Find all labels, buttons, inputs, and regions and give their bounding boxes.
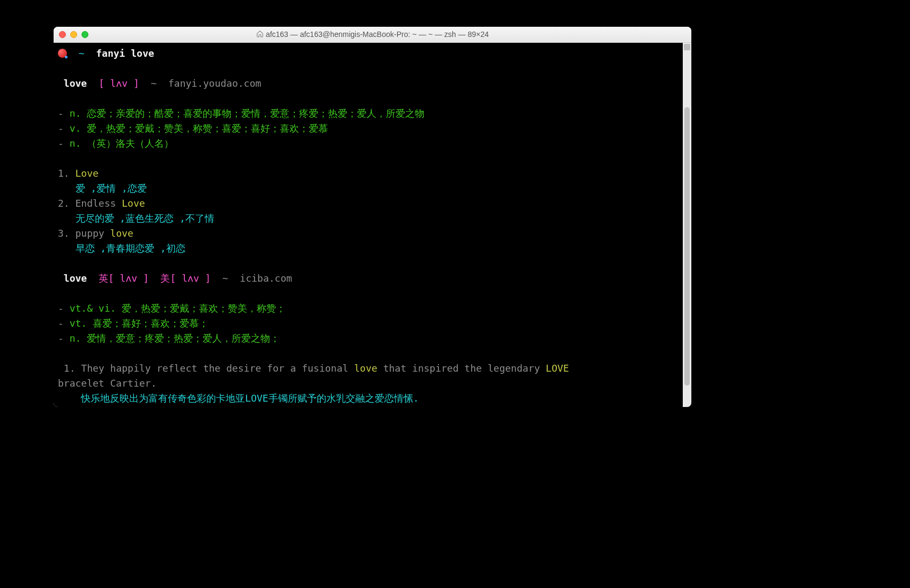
phrase-hl: Love	[76, 168, 99, 179]
window-title-text: afc163 — afc163@henmigis-MacBook-Pro: ~ …	[266, 30, 489, 39]
phrase-pre: puppy	[76, 228, 110, 239]
uk-open: [	[108, 273, 120, 284]
scrollbar-track[interactable]	[683, 43, 691, 407]
phrase-trans: 无尽的爱 ,蓝色生死恋 ,不了情	[58, 213, 214, 224]
window-title: afc163 — afc163@henmigis-MacBook-Pro: ~ …	[54, 30, 691, 39]
def-dash: -	[58, 123, 70, 134]
phrase-num: 1.	[58, 168, 76, 179]
def-pos: n.	[70, 333, 87, 344]
titlebar[interactable]: afc163 — afc163@henmigis-MacBook-Pro: ~ …	[54, 27, 691, 43]
ex-hl1: love	[354, 363, 377, 374]
us-label: 美	[160, 273, 170, 284]
def-pos: v.	[70, 123, 87, 134]
home-icon	[256, 30, 264, 39]
iciba-word: love	[64, 273, 87, 284]
tilde-sep: ~	[139, 78, 168, 89]
minimize-button[interactable]	[70, 31, 77, 38]
ex-seg2: that inspired the legendary	[377, 363, 546, 374]
uk-ph: lʌv	[120, 273, 138, 284]
phonetic-close: ]	[128, 78, 139, 89]
phrase-hl: Love	[122, 198, 145, 209]
def-pos: vt.	[70, 318, 93, 329]
def-pos: n.	[70, 138, 87, 149]
def-dash: -	[58, 333, 70, 344]
ex-trans: 快乐地反映出为富有传奇色彩的卡地亚LOVE手镯所赋予的水乳交融之爱恋情愫.	[58, 393, 419, 404]
def-text: 恋爱；亲爱的；酷爱；喜爱的事物；爱情，爱意；疼爱；热爱；爱人，所爱之物	[87, 108, 424, 119]
terminal-body: ~ fanyi love love [ lʌv ] ~ fanyi.youdao…	[54, 43, 691, 407]
phrase-num: 3.	[58, 228, 76, 239]
def-dash: -	[58, 318, 70, 329]
us-close: ]	[199, 273, 211, 284]
def-text: 爱，热爱；爱戴；赞美，称赞；喜爱；喜好；喜欢；爱慕	[87, 123, 328, 134]
tilde-sep: ~	[211, 273, 240, 284]
youdao-word: love	[64, 78, 87, 89]
def-text: （英）洛夫（人名）	[87, 138, 174, 149]
def-dash: -	[58, 138, 70, 149]
uk-close: ]	[137, 273, 149, 284]
phonetic-open: [	[99, 78, 110, 89]
traffic-lights	[54, 31, 88, 38]
terminal-window: afc163 — afc163@henmigis-MacBook-Pro: ~ …	[54, 27, 691, 407]
ex-line2: bracelet Cartier.	[58, 378, 156, 389]
def-pos: n.	[70, 108, 87, 119]
def-pos: vt.& vi.	[70, 303, 122, 314]
scrollbar-thumb[interactable]	[684, 107, 690, 386]
ex-hl2: LOVE	[546, 363, 569, 374]
close-button[interactable]	[59, 31, 66, 38]
prompt-badge-icon	[58, 49, 67, 58]
def-dash: -	[58, 303, 70, 314]
command-text: fanyi love	[96, 48, 154, 59]
phrase-trans: 早恋 ,青春期恋爱 ,初恋	[58, 243, 185, 254]
phonetic: lʌv	[110, 78, 128, 89]
uk-label: 英	[99, 273, 108, 284]
youdao-source: fanyi.youdao.com	[168, 78, 261, 89]
scrollbar-top-box[interactable]	[684, 44, 690, 50]
phrase-hl: love	[110, 228, 133, 239]
def-text: 爱情，爱意；疼爱；热爱；爱人，所爱之物；	[87, 333, 280, 344]
zoom-button[interactable]	[81, 31, 88, 38]
terminal-content[interactable]: ~ fanyi love love [ lʌv ] ~ fanyi.youdao…	[54, 43, 683, 407]
phrase-num: 2.	[58, 198, 76, 209]
us-ph: lʌv	[182, 273, 199, 284]
us-open: [	[170, 273, 182, 284]
def-text: 爱，热爱；爱戴；喜欢；赞美，称赞；	[122, 303, 286, 314]
ex-seg1: They happily reflect the desire for a fu…	[81, 363, 354, 374]
prompt-tilde: ~	[79, 48, 85, 59]
def-dash: -	[58, 108, 70, 119]
ex-num: 1.	[58, 363, 81, 374]
iciba-source: iciba.com	[240, 273, 293, 284]
phrase-pre: Endless	[76, 198, 122, 209]
def-text: 喜爱；喜好；喜欢；爱慕；	[93, 318, 208, 329]
phrase-trans: 爱 ,爱情 ,恋爱	[58, 183, 147, 194]
